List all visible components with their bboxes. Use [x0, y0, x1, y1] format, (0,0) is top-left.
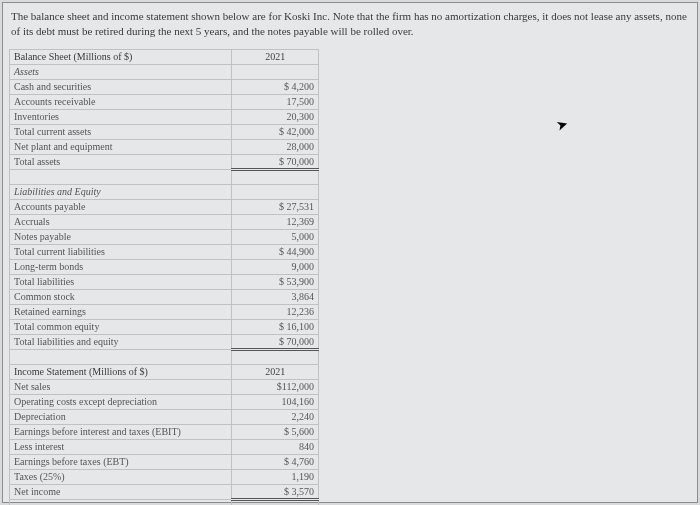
row-label: Taxes (25%) — [10, 469, 232, 484]
liab-header: Liabilities and Equity — [10, 184, 232, 199]
row-value: 840 — [232, 439, 319, 454]
row-value: $ 70,000 — [232, 154, 319, 169]
row-label: Inventories — [10, 109, 232, 124]
financial-statements-table: Balance Sheet (Millions of $) 2021 Asset… — [9, 49, 319, 505]
row-value: 12,369 — [232, 214, 319, 229]
row-value: $ 16,100 — [232, 319, 319, 334]
row-label: Total assets — [10, 154, 232, 169]
row-label: Depreciation — [10, 409, 232, 424]
row-value: $ 44,900 — [232, 244, 319, 259]
row-label: Operating costs except depreciation — [10, 394, 232, 409]
row-label: Accounts receivable — [10, 94, 232, 109]
row-value: 9,000 — [232, 259, 319, 274]
row-label: Total current assets — [10, 124, 232, 139]
row-label: Earnings before interest and taxes (EBIT… — [10, 424, 232, 439]
row-label: Less interest — [10, 439, 232, 454]
row-value: $ 53,900 — [232, 274, 319, 289]
row-value: $112,000 — [232, 379, 319, 394]
is-year: 2021 — [232, 364, 319, 379]
row-value: 17,500 — [232, 94, 319, 109]
row-label: Retained earnings — [10, 304, 232, 319]
is-title: Income Statement (Millions of $) — [10, 364, 232, 379]
row-label: Notes payable — [10, 229, 232, 244]
row-value: $ 3,570 — [232, 484, 319, 499]
row-value: $ 4,760 — [232, 454, 319, 469]
row-label: Cash and securities — [10, 79, 232, 94]
assets-header: Assets — [10, 64, 232, 79]
row-value: 1,190 — [232, 469, 319, 484]
row-label: Total liabilities — [10, 274, 232, 289]
row-label: Common stock — [10, 289, 232, 304]
row-label: Earnings before taxes (EBT) — [10, 454, 232, 469]
row-label: Accounts payable — [10, 199, 232, 214]
row-value: 5,000 — [232, 229, 319, 244]
row-value: $ 5,600 — [232, 424, 319, 439]
row-value: $ 4,200 — [232, 79, 319, 94]
row-label: Long-term bonds — [10, 259, 232, 274]
row-value: $ 42,000 — [232, 124, 319, 139]
row-label: Net plant and equipment — [10, 139, 232, 154]
problem-statement: The balance sheet and income statement s… — [9, 9, 687, 39]
row-value: $ 70,000 — [232, 334, 319, 349]
row-value: 28,000 — [232, 139, 319, 154]
row-label: Net sales — [10, 379, 232, 394]
row-value: 104,160 — [232, 394, 319, 409]
row-label: Net income — [10, 484, 232, 499]
row-value: 2,240 — [232, 409, 319, 424]
row-label: Accruals — [10, 214, 232, 229]
row-value: $ 27,531 — [232, 199, 319, 214]
row-value: 20,300 — [232, 109, 319, 124]
document-page: The balance sheet and income statement s… — [2, 2, 698, 503]
bs-title: Balance Sheet (Millions of $) — [10, 49, 232, 64]
row-label: Total common equity — [10, 319, 232, 334]
row-value: 3,864 — [232, 289, 319, 304]
row-label: Total current liabilities — [10, 244, 232, 259]
bs-year: 2021 — [232, 49, 319, 64]
row-label: Total liabilities and equity — [10, 334, 232, 349]
row-value: 12,236 — [232, 304, 319, 319]
